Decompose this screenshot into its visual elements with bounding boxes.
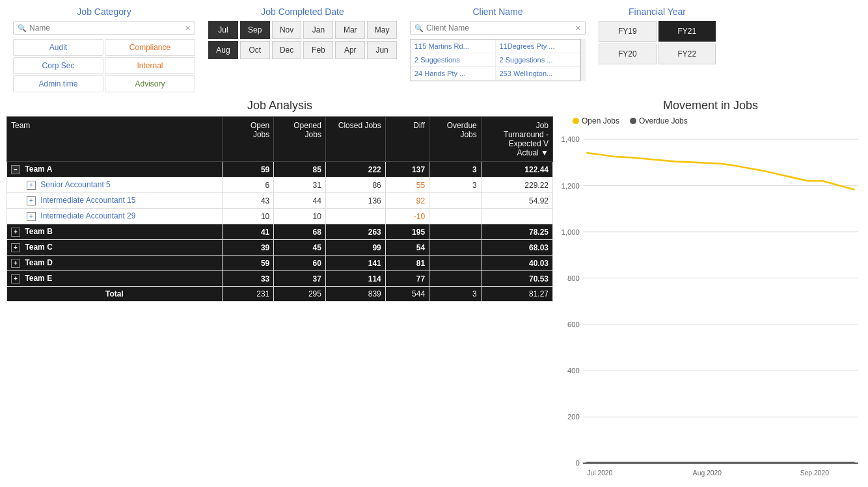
total-overdue: 3 bbox=[429, 287, 481, 302]
fy-fy22[interactable]: FY22 bbox=[658, 44, 716, 64]
client-cell[interactable]: 24 Hands Pty ... bbox=[411, 67, 496, 80]
month-jun[interactable]: Jun bbox=[367, 41, 397, 59]
col-diff: Diff bbox=[385, 117, 429, 162]
category-audit[interactable]: Audit bbox=[13, 39, 103, 56]
open-jobs-label: Open Jobs bbox=[582, 116, 619, 125]
client-name-search[interactable]: 🔍 ✕ bbox=[410, 21, 586, 35]
total-row: Total 231 295 839 544 3 81.27 bbox=[7, 287, 553, 302]
sub-name[interactable]: + Senior Accountant 5 bbox=[7, 178, 223, 193]
team-e-diff: 77 bbox=[385, 271, 429, 287]
fy-fy21[interactable]: FY21 bbox=[658, 21, 716, 42]
sub1-diff: 55 bbox=[385, 178, 429, 193]
client-cell[interactable]: 2 Suggestions ... bbox=[496, 53, 580, 66]
analysis-table: Team OpenJobs OpenedJobs Closed Jobs Dif… bbox=[7, 116, 553, 302]
month-dec[interactable]: Dec bbox=[272, 41, 302, 59]
category-internal[interactable]: Internal bbox=[105, 57, 195, 74]
team-b-open: 41 bbox=[222, 224, 274, 240]
month-jan[interactable]: Jan bbox=[303, 21, 333, 39]
job-category-filter: Job Category 🔍 ✕ Audit Compliance Corp S… bbox=[13, 7, 195, 92]
team-e-closed: 114 bbox=[325, 271, 385, 287]
month-apr[interactable]: Apr bbox=[335, 41, 365, 59]
expand-team-c[interactable]: + bbox=[11, 243, 20, 252]
month-nov[interactable]: Nov bbox=[272, 21, 302, 39]
category-compliance[interactable]: Compliance bbox=[105, 39, 195, 56]
scrollbar[interactable] bbox=[580, 39, 586, 81]
sub3-name[interactable]: + Intermediate Accountant 29 bbox=[7, 209, 223, 224]
job-completed-date-filter: Job Completed Date Jul Sep Nov Jan Mar M… bbox=[208, 7, 397, 92]
col-closed-jobs: Closed Jobs bbox=[325, 117, 385, 162]
client-cell[interactable]: 253 Wellington... bbox=[496, 67, 580, 80]
client-row: 24 Hands Pty ... 253 Wellington... bbox=[411, 67, 580, 81]
team-e-name[interactable]: + Team E bbox=[7, 271, 223, 287]
team-b-turnaround: 78.25 bbox=[481, 224, 552, 240]
team-b-name[interactable]: + Team B bbox=[7, 224, 223, 240]
fy-grid: FY19 FY21 FY20 FY22 bbox=[599, 21, 716, 64]
sub3-turnaround bbox=[481, 209, 552, 224]
month-oct[interactable]: Oct bbox=[240, 41, 270, 59]
client-cell[interactable]: 2 Suggestions bbox=[411, 53, 496, 66]
expand-team-b[interactable]: + bbox=[11, 228, 20, 237]
svg-text:Aug 2020: Aug 2020 bbox=[693, 469, 722, 477]
total-opened: 295 bbox=[274, 287, 326, 302]
month-mar[interactable]: Mar bbox=[335, 21, 365, 39]
movement-chart: 1,400 1,200 1,000 800 600 400 200 0 bbox=[560, 128, 861, 480]
team-b-overdue bbox=[429, 224, 481, 240]
month-may[interactable]: May bbox=[367, 21, 397, 39]
expand-sub1[interactable]: + bbox=[27, 181, 36, 190]
month-sep[interactable]: Sep bbox=[240, 21, 270, 39]
month-aug[interactable]: Aug bbox=[208, 41, 238, 59]
team-a-opened: 85 bbox=[274, 162, 326, 178]
expand-sub2[interactable]: + bbox=[27, 196, 36, 205]
sub2-diff: 92 bbox=[385, 193, 429, 209]
category-grid: Audit Compliance Corp Sec Internal Admin… bbox=[13, 39, 195, 92]
job-completed-date-title: Job Completed Date bbox=[261, 7, 344, 17]
team-a-name[interactable]: − Team A bbox=[7, 162, 223, 178]
sub2-open: 43 bbox=[222, 193, 274, 209]
category-advisory[interactable]: Advisory bbox=[105, 75, 195, 92]
collapse-team-a[interactable]: − bbox=[11, 165, 20, 174]
job-category-input[interactable] bbox=[29, 23, 185, 33]
team-a-turnaround: 122.44 bbox=[481, 162, 552, 178]
client-name-title: Client Name bbox=[472, 7, 522, 17]
team-a-open: 59 bbox=[222, 162, 274, 178]
total-diff: 544 bbox=[385, 287, 429, 302]
clear-icon[interactable]: ✕ bbox=[185, 24, 191, 33]
team-c-overdue bbox=[429, 240, 481, 256]
client-cell[interactable]: 11Degrees Pty ... bbox=[496, 40, 580, 53]
team-b-diff: 195 bbox=[385, 224, 429, 240]
expand-team-d[interactable]: + bbox=[11, 259, 20, 268]
sub3-opened: 10 bbox=[274, 209, 326, 224]
month-grid: Jul Sep Nov Jan Mar May Aug Oct Dec Feb … bbox=[208, 21, 397, 59]
overdue-jobs-dot bbox=[630, 118, 636, 124]
open-jobs-dot bbox=[573, 118, 579, 124]
financial-year-title: Financial Year bbox=[629, 7, 686, 17]
expand-sub3[interactable]: + bbox=[27, 212, 36, 221]
team-b-closed: 263 bbox=[325, 224, 385, 240]
job-category-search[interactable]: 🔍 ✕ bbox=[13, 21, 195, 35]
job-analysis-section: Job Analysis Team OpenJobs OpenedJobs Cl… bbox=[7, 99, 553, 480]
sub2-name[interactable]: + Intermediate Accountant 15 bbox=[7, 193, 223, 209]
client-cell[interactable]: 115 Martins Rd... bbox=[411, 40, 496, 53]
total-open: 231 bbox=[222, 287, 274, 302]
fy-fy20[interactable]: FY20 bbox=[599, 44, 657, 64]
category-admintime[interactable]: Admin time bbox=[13, 75, 103, 92]
month-jul[interactable]: Jul bbox=[208, 21, 238, 39]
category-corpsec[interactable]: Corp Sec bbox=[13, 57, 103, 74]
svg-text:600: 600 bbox=[567, 321, 580, 328]
month-feb[interactable]: Feb bbox=[303, 41, 333, 59]
team-a-row: − Team A 59 85 222 137 3 122.44 bbox=[7, 162, 553, 178]
team-d-opened: 60 bbox=[274, 256, 326, 271]
col-open-jobs: OpenJobs bbox=[222, 117, 274, 162]
client-clear-icon[interactable]: ✕ bbox=[575, 24, 581, 33]
expand-team-e[interactable]: + bbox=[11, 274, 20, 283]
team-e-overdue bbox=[429, 271, 481, 287]
fy-fy19[interactable]: FY19 bbox=[599, 21, 657, 42]
team-c-name[interactable]: + Team C bbox=[7, 240, 223, 256]
chart-area: 1,400 1,200 1,000 800 600 400 200 0 bbox=[560, 128, 861, 480]
overdue-jobs-label: Overdue Jobs bbox=[639, 116, 688, 125]
svg-text:200: 200 bbox=[567, 413, 580, 421]
client-name-input[interactable] bbox=[426, 23, 575, 33]
team-d-overdue bbox=[429, 256, 481, 271]
client-row: 2 Suggestions 2 Suggestions ... bbox=[411, 53, 580, 67]
team-d-name[interactable]: + Team D bbox=[7, 256, 223, 271]
